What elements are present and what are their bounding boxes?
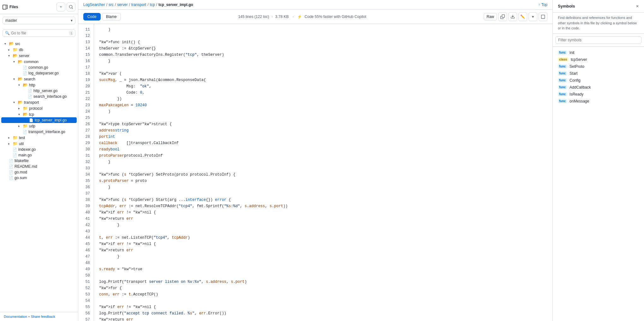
add-file-button[interactable]: + — [56, 3, 65, 11]
tree-item-server[interactable]: ▾📂server — [0, 53, 78, 59]
code-line-30: ready bool — [99, 146, 547, 153]
tree-item-transport_interface.go[interactable]: 📄transport_interface.go — [0, 129, 78, 135]
code-line-31: protoParser protocol.ProtoInf — [99, 153, 547, 159]
tab-code[interactable]: Code — [83, 13, 101, 20]
symbol-item-IsReady[interactable]: funcIsReady — [553, 91, 644, 98]
tree-item-indexer.go[interactable]: 📄indexer.go — [0, 147, 78, 152]
tree-item-label: main.go — [18, 153, 32, 157]
tree-item-label: README.md — [15, 164, 37, 169]
branch-selector[interactable]: master ▾ — [3, 17, 75, 24]
symbol-name-Start: Start — [570, 71, 577, 76]
tree-item-label: tcp — [29, 112, 34, 117]
symbol-item-AddCallback[interactable]: funcAddCallback — [553, 84, 644, 91]
tree-item-label: indexer.go — [18, 147, 36, 152]
symbol-item-SetProto[interactable]: funcSetProto — [553, 63, 644, 70]
symbols-toggle-button[interactable] — [539, 12, 547, 21]
edit-chevron-button[interactable]: ▾ — [529, 12, 537, 21]
breadcrumb-link-2[interactable]: server — [117, 3, 127, 7]
line-number-19: 19 — [81, 77, 90, 83]
code-content[interactable]: ) "kw">func init() { theServer := &tcpSe… — [94, 24, 552, 321]
feedback-link[interactable]: Share feedback — [31, 315, 55, 318]
tree-item-label: go.mod — [15, 170, 27, 174]
code-line-22: }) — [99, 96, 547, 102]
code-line-47: } — [99, 254, 547, 260]
tree-item-label: transport_interface.go — [28, 130, 65, 134]
raw-button[interactable]: Raw — [484, 13, 497, 20]
file-icon: 📄 — [23, 130, 27, 134]
symbol-name-tcpServer: tcpServer — [571, 57, 587, 62]
tree-item-search_interface.go[interactable]: 📄search_interface.go — [0, 94, 78, 99]
tree-item-go.sum[interactable]: 📄go.sum — [0, 175, 78, 181]
tree-item-tcp_server_impl.go[interactable]: 📄tcp_server_impl.go — [1, 117, 77, 123]
tree-item-main.go[interactable]: 📄main.go — [0, 152, 78, 158]
tree-item-go.mod[interactable]: 📄go.mod — [0, 169, 78, 175]
breadcrumb-link-1[interactable]: src — [109, 3, 114, 7]
symbol-item-Config[interactable]: funcConfig — [553, 77, 644, 84]
tree-item-protocol[interactable]: ▸📁protocol — [0, 105, 78, 111]
breadcrumb-part-4[interactable]: tcp — [150, 3, 155, 7]
symbol-badge-init: func — [558, 50, 567, 55]
code-line-50 — [99, 272, 547, 279]
top-link[interactable]: ↑ Top — [538, 3, 547, 7]
file-icon: 📄 — [23, 66, 27, 70]
tree-item-log_dateparser.go[interactable]: 📄log_dateparser.go — [0, 70, 78, 76]
breadcrumb-link-0[interactable]: LogSearcher — [83, 3, 105, 7]
tree-item-src[interactable]: ▾📂src — [0, 41, 78, 47]
breadcrumb-part-2[interactable]: server — [117, 3, 127, 7]
breadcrumb-part-0[interactable]: LogSearcher — [83, 3, 105, 7]
breadcrumb-part-1[interactable]: src — [109, 3, 114, 7]
tree-item-db[interactable]: ▸📁db — [0, 47, 78, 53]
tree-item-http[interactable]: ▾📂http — [0, 82, 78, 88]
symbols-panel: Symbols ✕ Find definitions and reference… — [552, 0, 644, 321]
goto-file-input[interactable] — [3, 29, 75, 37]
breadcrumb-separator: / — [147, 3, 148, 7]
file-tree: ▾📂src▸📁db▾📂server▾📂common📄common.go📄log_… — [0, 39, 78, 312]
tree-item-test[interactable]: ▸📁test — [0, 135, 78, 141]
code-line-17 — [99, 64, 547, 71]
search-button[interactable] — [67, 3, 75, 11]
line-number-46: 46 — [81, 247, 90, 254]
code-line-14: theServer := &tcpServer{} — [99, 45, 547, 52]
breadcrumb-link-3[interactable]: transport — [131, 3, 146, 7]
tree-item-http_server.go[interactable]: 📄http_server.go — [0, 88, 78, 94]
symbol-item-Start[interactable]: funcStart — [553, 70, 644, 77]
tree-item-udp[interactable]: ▸📁udp — [0, 123, 78, 129]
tree-item-README.md[interactable]: 📄README.md — [0, 164, 78, 169]
line-number-13: 13 — [81, 39, 90, 45]
download-icon — [511, 15, 515, 19]
copy-button[interactable] — [498, 12, 507, 21]
tree-item-transport[interactable]: ▾📂transport — [0, 99, 78, 105]
breadcrumb-bar: LogSearcher/src/server/transport/tcp/tcp… — [78, 0, 552, 10]
tree-item-label: udp — [29, 124, 35, 128]
code-line-21: Code: 0, — [99, 90, 547, 96]
symbol-item-onMessage[interactable]: funconMessage — [553, 98, 644, 105]
line-number-51: 51 — [81, 279, 90, 285]
chevron-icon: ▾ — [6, 54, 11, 57]
tab-blame[interactable]: Blame — [102, 13, 121, 20]
symbol-item-init[interactable]: funcinit — [553, 49, 644, 56]
tree-item-tcp[interactable]: ▾📂tcp — [0, 111, 78, 117]
documentation-link[interactable]: Documentation — [4, 315, 27, 318]
chevron-icon: ▾ — [11, 60, 16, 63]
folder-icon: 📂 — [9, 41, 14, 46]
sidebar-header: Files + — [0, 0, 78, 14]
tree-item-util[interactable]: ▸📁util — [0, 141, 78, 147]
code-line-19: succMsg, _ = json.Marshal(&common.Respon… — [99, 77, 547, 83]
symbols-filter-input[interactable] — [555, 36, 641, 44]
tree-item-common[interactable]: ▾📂common — [0, 59, 78, 65]
folder-icon: 📂 — [18, 77, 23, 81]
code-line-36: } — [99, 184, 547, 190]
tree-item-label: common — [24, 60, 38, 64]
breadcrumb-link-4[interactable]: tcp — [150, 3, 155, 7]
symbol-item-tcpServer[interactable]: classtcpServer — [553, 56, 644, 63]
sidebar-footer: Documentation • Share feedback — [0, 312, 78, 321]
symbols-close-button[interactable]: ✕ — [636, 4, 639, 9]
file-icon: 📄 — [29, 118, 33, 122]
edit-button[interactable]: ✏️ — [518, 12, 527, 21]
tree-item-Makefile[interactable]: 📄Makefile — [0, 158, 78, 164]
tree-item-search[interactable]: ▾📂search — [0, 76, 78, 82]
breadcrumb-part-3[interactable]: transport — [131, 3, 146, 7]
tree-item-label: log_dateparser.go — [28, 71, 59, 75]
tree-item-common.go[interactable]: 📄common.go — [0, 65, 78, 70]
download-button[interactable] — [508, 12, 517, 21]
